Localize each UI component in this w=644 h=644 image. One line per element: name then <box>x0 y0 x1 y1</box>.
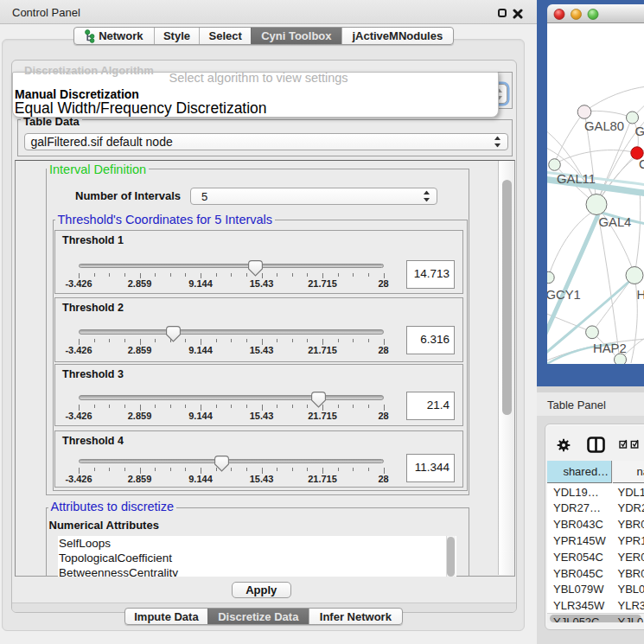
svg-text:HAP2: HAP2 <box>593 341 627 355</box>
svg-text:HA: HA <box>637 288 644 302</box>
svg-text:GCY1: GCY1 <box>547 288 581 302</box>
svg-text:GAL11: GAL11 <box>557 172 596 186</box>
svg-text:GAL4: GAL4 <box>599 215 632 229</box>
svg-text:GA: GA <box>635 124 644 138</box>
svg-text:GAL80: GAL80 <box>584 119 624 133</box>
svg-text:C: C <box>639 157 644 171</box>
